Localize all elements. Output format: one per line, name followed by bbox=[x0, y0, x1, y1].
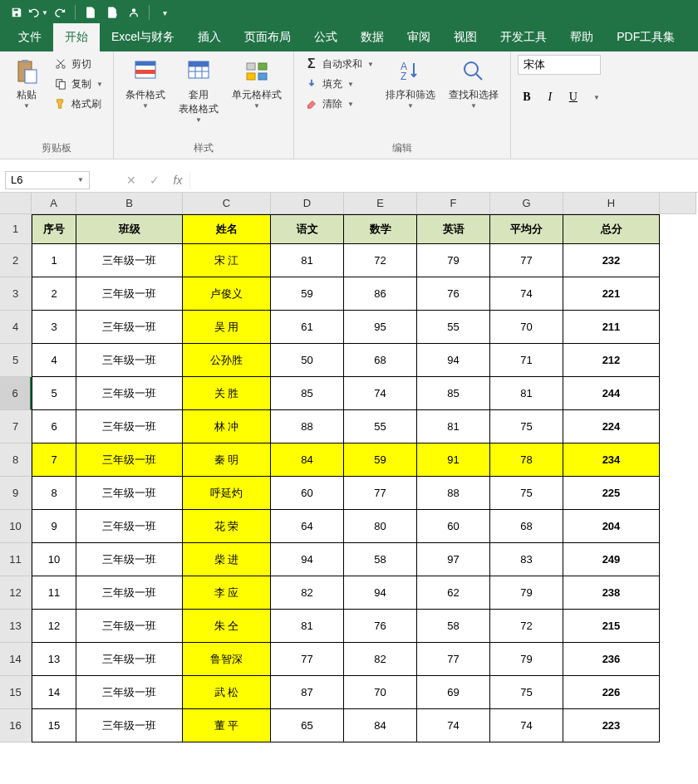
cell[interactable]: 林 冲 bbox=[183, 410, 271, 443]
cell[interactable]: 88 bbox=[417, 477, 490, 510]
cell[interactable]: 85 bbox=[417, 377, 490, 410]
cell[interactable]: 87 bbox=[271, 676, 344, 709]
cell[interactable]: 宋 江 bbox=[183, 244, 271, 277]
cell[interactable]: 12 bbox=[32, 610, 76, 643]
col-header-H[interactable]: H bbox=[563, 193, 660, 214]
row-header-15[interactable]: 15 bbox=[0, 676, 32, 709]
cell[interactable]: 6 bbox=[32, 410, 76, 443]
cell[interactable]: 60 bbox=[271, 477, 344, 510]
col-header-B[interactable]: B bbox=[76, 193, 183, 214]
sort-filter-button[interactable]: AZ 排序和筛选▼ bbox=[381, 55, 440, 111]
ribbon-tab-5[interactable]: 公式 bbox=[302, 23, 349, 51]
cell[interactable]: 三年级一班 bbox=[76, 410, 183, 443]
cell[interactable]: 三年级一班 bbox=[76, 610, 183, 643]
cell[interactable]: 柴 进 bbox=[183, 543, 271, 576]
cell[interactable]: 81 bbox=[271, 610, 344, 643]
cell[interactable]: 81 bbox=[490, 377, 563, 410]
cell[interactable]: 三年级一班 bbox=[76, 643, 183, 676]
cell[interactable]: 238 bbox=[563, 576, 660, 610]
ribbon-tab-2[interactable]: Excel与财务 bbox=[100, 23, 186, 51]
cell[interactable]: 花 荣 bbox=[183, 510, 271, 543]
customize-qat-button[interactable]: ▾ bbox=[155, 2, 174, 22]
cell[interactable]: 83 bbox=[490, 543, 563, 576]
ribbon-tab-7[interactable]: 审阅 bbox=[396, 23, 442, 51]
copy-button[interactable]: 复制▼ bbox=[50, 75, 106, 93]
cell[interactable]: 50 bbox=[271, 344, 344, 377]
cell[interactable]: 三年级一班 bbox=[76, 244, 183, 277]
cell[interactable]: 81 bbox=[417, 410, 490, 443]
cell[interactable]: 4 bbox=[32, 344, 76, 377]
cell[interactable]: 74 bbox=[490, 277, 563, 311]
cell[interactable]: 三年级一班 bbox=[76, 377, 183, 410]
cell[interactable]: 三年级一班 bbox=[76, 676, 183, 709]
conditional-format-button[interactable]: 条件格式▼ bbox=[120, 55, 170, 111]
cell[interactable]: 72 bbox=[344, 244, 417, 277]
cell[interactable]: 77 bbox=[271, 643, 344, 676]
cell[interactable]: 77 bbox=[417, 643, 490, 676]
cell[interactable]: 三年级一班 bbox=[76, 576, 183, 610]
header-cell[interactable]: 语文 bbox=[271, 214, 344, 244]
save-button[interactable] bbox=[7, 2, 27, 22]
ribbon-tab-11[interactable]: PDF工具集 bbox=[605, 23, 686, 51]
row-header-8[interactable]: 8 bbox=[0, 443, 32, 477]
cell[interactable]: 13 bbox=[32, 643, 76, 676]
ribbon-tab-1[interactable]: 开始 bbox=[53, 23, 100, 51]
cell[interactable]: 77 bbox=[344, 477, 417, 510]
cell[interactable]: 三年级一班 bbox=[76, 344, 183, 377]
cell[interactable]: 94 bbox=[344, 576, 417, 610]
cell[interactable]: 97 bbox=[417, 543, 490, 576]
cell[interactable]: 70 bbox=[344, 676, 417, 709]
cell[interactable]: 226 bbox=[563, 676, 660, 709]
cell[interactable]: 3 bbox=[32, 311, 76, 344]
row-header-3[interactable]: 3 bbox=[0, 277, 32, 311]
col-header-G[interactable]: G bbox=[490, 193, 563, 214]
cell[interactable]: 吴 用 bbox=[183, 311, 271, 344]
cell[interactable]: 呼延灼 bbox=[183, 477, 271, 510]
underline-dropdown[interactable]: ▼ bbox=[587, 88, 606, 106]
row-header-5[interactable]: 5 bbox=[0, 344, 32, 377]
row-header-6[interactable]: 6 bbox=[0, 377, 32, 410]
cell[interactable]: 8 bbox=[32, 477, 76, 510]
header-cell[interactable]: 姓名 bbox=[183, 214, 271, 244]
ribbon-tab-8[interactable]: 视图 bbox=[442, 23, 489, 51]
cell[interactable]: 11 bbox=[32, 576, 76, 610]
cell[interactable]: 204 bbox=[563, 510, 660, 543]
cell[interactable]: 董 平 bbox=[183, 709, 271, 742]
cell[interactable]: 71 bbox=[490, 344, 563, 377]
col-header-E[interactable]: E bbox=[344, 193, 417, 214]
cell[interactable]: 91 bbox=[417, 443, 490, 477]
header-cell[interactable]: 总分 bbox=[563, 214, 660, 244]
share-button[interactable] bbox=[124, 2, 144, 22]
cell[interactable]: 三年级一班 bbox=[76, 477, 183, 510]
cell[interactable]: 59 bbox=[271, 277, 344, 311]
font-name-select[interactable]: 宋体 bbox=[518, 55, 601, 75]
cell[interactable]: 9 bbox=[32, 510, 76, 543]
cell[interactable]: 李 应 bbox=[183, 576, 271, 610]
cell[interactable]: 223 bbox=[563, 709, 660, 742]
ribbon-tab-3[interactable]: 插入 bbox=[186, 23, 233, 51]
cell[interactable]: 84 bbox=[344, 709, 417, 742]
cell[interactable]: 鲁智深 bbox=[183, 643, 271, 676]
cell[interactable]: 68 bbox=[344, 344, 417, 377]
cell[interactable]: 249 bbox=[563, 543, 660, 576]
cell[interactable]: 224 bbox=[563, 410, 660, 443]
ribbon-tab-6[interactable]: 数据 bbox=[349, 23, 396, 51]
col-header-extra[interactable] bbox=[660, 193, 696, 214]
row-header-1[interactable]: 1 bbox=[0, 214, 32, 244]
col-header-D[interactable]: D bbox=[271, 193, 344, 214]
row-header-16[interactable]: 16 bbox=[0, 709, 32, 742]
cell[interactable]: 84 bbox=[271, 443, 344, 477]
row-header-9[interactable]: 9 bbox=[0, 477, 32, 510]
cell[interactable]: 75 bbox=[490, 477, 563, 510]
header-cell[interactable]: 英语 bbox=[417, 214, 490, 244]
cell[interactable]: 武 松 bbox=[183, 676, 271, 709]
redo-button[interactable] bbox=[50, 2, 70, 22]
row-header-11[interactable]: 11 bbox=[0, 543, 32, 576]
cell[interactable]: 2 bbox=[32, 277, 76, 311]
cell[interactable]: 75 bbox=[490, 676, 563, 709]
cell[interactable]: 15 bbox=[32, 709, 76, 742]
cell[interactable]: 215 bbox=[563, 610, 660, 643]
cell[interactable]: 72 bbox=[490, 610, 563, 643]
cell[interactable]: 三年级一班 bbox=[76, 709, 183, 742]
cell[interactable]: 三年级一班 bbox=[76, 311, 183, 344]
